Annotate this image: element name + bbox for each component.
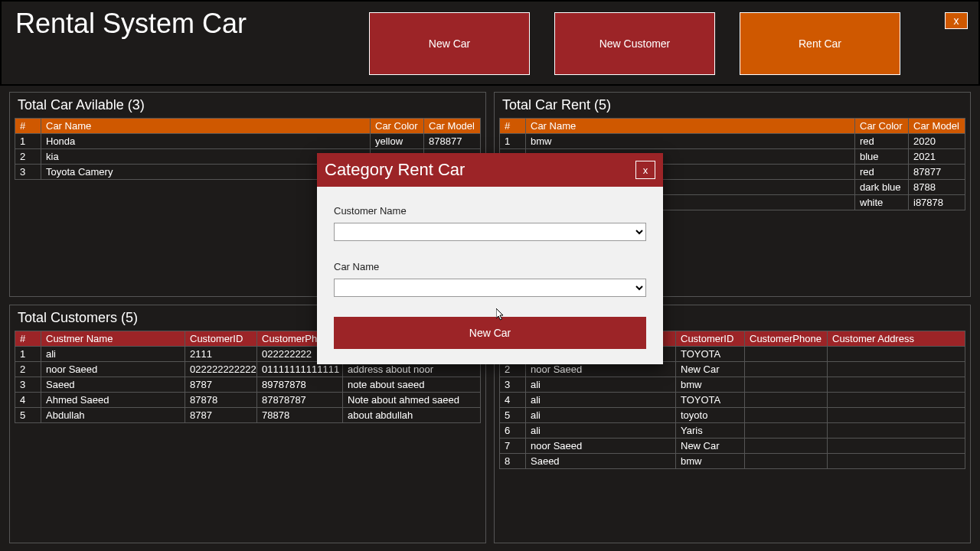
modal-close-button[interactable]: x [635,161,655,179]
cell-name: Honda [41,134,371,149]
cell-addr [828,423,965,439]
col-phone: CustomerPhone [745,331,828,347]
cell-phone [745,393,828,408]
cell-model: 878877 [424,134,481,149]
cell-color: blue [855,149,909,165]
app-window: Rental System Car New Car New Customer R… [0,0,980,551]
cell-name: bmw [526,134,855,149]
col-name: Custmer Name [41,331,185,347]
cell-name: ali [526,393,676,408]
modal-title-bar: Category Rent Car x [317,153,663,187]
window-close-button[interactable]: x [945,12,968,29]
table-row[interactable]: 3Saeed878789787878note about saeed [15,377,481,393]
cell-phone: 78878 [257,408,343,423]
cell-idx: 2 [15,362,41,377]
cell-model: 8788 [909,180,965,195]
col-color: Car Color [371,119,424,134]
modal-submit-button[interactable]: New Car [334,317,646,349]
col-id: CustomerID [185,331,257,347]
cell-addr [828,454,965,469]
cell-addr [828,362,965,377]
table-row[interactable]: 7noor SaeedNew Car [500,439,965,454]
cell-idx: 1 [15,347,41,362]
cell-idx: 1 [15,134,41,149]
cell-addr [828,347,965,362]
cell-model: i87878 [909,195,965,210]
cell-phone [745,439,828,454]
available-cars-title: Total Car Avilable (3) [10,93,485,118]
cell-addr [828,377,965,393]
table-row[interactable]: 8Saeedbmw [500,454,965,469]
cell-phone [745,408,828,423]
new-customer-button[interactable]: New Customer [554,12,715,75]
col-id: CustomerID [676,331,745,347]
col-idx: # [15,331,41,347]
cell-name: noor Saeed [526,439,676,454]
customer-name-select[interactable] [334,223,646,241]
cell-idx: 4 [500,393,526,408]
cell-idx: 5 [500,408,526,423]
cell-idx: 6 [500,423,526,439]
cell-name: Ahmed Saeed [41,393,185,408]
col-name: Car Name [526,119,855,134]
cell-idx: 4 [15,393,41,408]
cell-idx: 5 [15,408,41,423]
cell-name: Abdullah [41,408,185,423]
cell-id: Yaris [676,423,745,439]
cell-id: 0222222222222 [185,362,257,377]
cell-name: noor Saeed [41,362,185,377]
rented-cars-title: Total Car Rent (5) [495,93,970,118]
table-row[interactable]: 5Abdullah878778878about abdullah [15,408,481,423]
cell-phone: 89787878 [257,377,343,393]
car-name-label: Car Name [334,261,646,272]
col-idx: # [500,119,526,134]
table-row[interactable]: 1Hondayellow878877 [15,134,481,149]
cell-model: 2021 [909,149,965,165]
cell-phone: 87878787 [257,393,343,408]
cell-addr: note about saeed [343,377,481,393]
header-bar: Rental System Car New Car New Customer R… [0,0,980,86]
cell-idx: 3 [15,165,41,180]
cell-color: yellow [371,134,424,149]
car-name-select[interactable] [334,279,646,297]
cell-model: 2020 [909,134,965,149]
cell-addr [828,393,965,408]
cell-addr: about abdullah [343,408,481,423]
cell-phone [745,377,828,393]
cell-color: white [855,195,909,210]
cell-name: ali [526,408,676,423]
table-row[interactable]: 5alitoyoto [500,408,965,423]
new-car-button[interactable]: New Car [369,12,530,75]
modal-body: Customer Name Car Name New Car [317,187,663,364]
header-buttons: New Car New Customer Rent Car [369,12,900,75]
cell-idx: 3 [15,377,41,393]
cell-addr [828,439,965,454]
table-row[interactable]: 3alibmw [500,377,965,393]
cell-id: 8787 [185,408,257,423]
cell-id: 2111 [185,347,257,362]
modal-title: Category Rent Car [325,160,465,180]
col-color: Car Color [855,119,909,134]
col-model: Car Model [424,119,481,134]
table-row[interactable]: 6aliYaris [500,423,965,439]
cell-model: 87877 [909,165,965,180]
rent-car-button[interactable]: Rent Car [740,12,900,75]
cell-id: bmw [676,377,745,393]
cell-phone [745,454,828,469]
app-title: Rental System Car [2,2,260,46]
rent-car-modal: Category Rent Car x Customer Name Car Na… [317,153,663,364]
col-idx: # [15,119,41,134]
cell-idx: 8 [500,454,526,469]
cell-name: Saeed [41,377,185,393]
cell-id: 87878 [185,393,257,408]
cell-id: TOYOTA [676,347,745,362]
table-row[interactable]: 1bmwred2020 [500,134,965,149]
cell-name: ali [41,347,185,362]
cell-name: Saeed [526,454,676,469]
col-name: Car Name [41,119,371,134]
cell-id: New Car [676,362,745,377]
table-row[interactable]: 4Ahmed Saeed8787887878787Note about ahme… [15,393,481,408]
table-row[interactable]: 4aliTOYOTA [500,393,965,408]
cell-idx: 1 [500,134,526,149]
cell-idx: 7 [500,439,526,454]
